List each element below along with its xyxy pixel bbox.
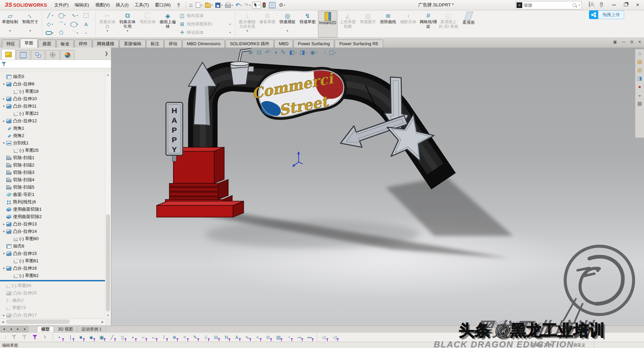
tree-item[interactable]: (-) 草图62	[0, 272, 105, 279]
ribbon-button[interactable]: ⊥ 显示/删除几何关系 ▾	[237, 11, 257, 38]
tree-item[interactable]: 阵列(线性)6	[0, 198, 105, 206]
view-settings-icon[interactable]: ▢ ▾	[329, 49, 336, 56]
settings-button[interactable]: ⚙ ▾	[278, 2, 286, 8]
document-tab[interactable]: 3D 视图	[54, 326, 77, 333]
netdisk-share-icon[interactable]	[589, 10, 598, 19]
dropdown-caret[interactable]: ▾	[52, 23, 55, 26]
pin-menu-icon[interactable]	[176, 3, 181, 7]
tree-item[interactable]: 曲面-等距1	[0, 191, 105, 198]
design-library-icon[interactable]: ▤	[637, 59, 642, 64]
dropdown-caret[interactable]: ▾	[77, 14, 79, 17]
ribbon-tab[interactable]: 网格建模	[93, 40, 119, 48]
scrollbar-thumb[interactable]	[6, 320, 70, 324]
search-icon[interactable]	[573, 3, 576, 7]
filter-faces-icon[interactable]: ■	[76, 333, 85, 341]
close-button[interactable]: ✕	[633, 0, 643, 10]
minimize-button[interactable]	[609, 0, 619, 10]
dropdown-caret[interactable]: ▾	[258, 4, 260, 7]
filter-origins-icon[interactable]: ⊕	[170, 333, 179, 341]
dropdown-caret[interactable]: ▾	[240, 4, 242, 7]
new-document-button[interactable]: ▾	[195, 2, 203, 8]
dropdown-caret[interactable]: ▾	[221, 4, 222, 7]
tree-item[interactable]: 凸台-拉伸20	[0, 289, 105, 297]
dropdown-caret[interactable]: ▾	[30, 29, 31, 33]
filter-magnify-icon[interactable]: ⊙	[264, 333, 272, 341]
zoom-area-icon[interactable]: ⊡	[257, 49, 262, 56]
document-tab[interactable]: 运动算例 1	[77, 326, 106, 333]
dropdown-caret[interactable]: ▾	[229, 31, 232, 34]
redo-button[interactable]: ↷ ▾	[244, 2, 252, 8]
next-tab-button[interactable]: ▶	[15, 326, 21, 332]
annotations-icon[interactable]: ✎	[281, 49, 286, 56]
dropdown-caret[interactable]: ▾	[247, 29, 248, 33]
sketch-entity-button[interactable]: ◇ ▾	[44, 20, 56, 28]
panel-tab-properties[interactable]	[16, 50, 30, 60]
ribbon-tab[interactable]: 曲面	[38, 40, 56, 48]
hide-show-items-icon[interactable]: ◉ ▾	[310, 49, 317, 56]
panel-tab-features[interactable]	[1, 49, 15, 60]
expand-arrow[interactable]: ▸	[1, 222, 6, 226]
ribbon-tab[interactable]: 焊件	[74, 40, 92, 48]
tree-item[interactable]: ▾ 凸台-拉伸16	[0, 265, 105, 272]
ribbon-button[interactable]: ↔ 智能尺寸 ▾	[20, 11, 40, 38]
filter-render-icon[interactable]: ◔	[284, 333, 293, 341]
dropdown-caret[interactable]: ▾	[9, 29, 11, 33]
filter-points-icon[interactable]: ▪	[128, 333, 137, 341]
panel-tab-configurations[interactable]	[31, 50, 45, 60]
sketch-entity-button[interactable]: ╱ ▾	[44, 11, 56, 20]
ribbon-button[interactable]: ◈ 曲面上偏移	[158, 11, 177, 38]
tree-item[interactable]: 抽壳5	[0, 73, 105, 80]
view-palette-icon[interactable]: ◨	[637, 76, 642, 81]
dropdown-caret[interactable]: ▾	[229, 23, 232, 26]
dropdown-caret[interactable]: ▾	[335, 51, 336, 54]
filter-mate2-icon[interactable]: ⊷	[305, 333, 314, 341]
dropdown-caret[interactable]: ▾	[64, 14, 67, 17]
custom-properties-icon[interactable]: ▦	[637, 101, 642, 106]
sketch-entity-button[interactable]: A	[81, 20, 94, 28]
filter-solid-bodies-icon[interactable]: ▣	[97, 333, 106, 341]
open-button[interactable]: ▾	[204, 2, 214, 8]
sketch-entity-button[interactable]	[81, 11, 94, 20]
menu-item[interactable]: 工具(T)	[131, 0, 152, 10]
previous-view-icon[interactable]: ↶	[265, 49, 271, 56]
display-style-icon[interactable]: ◨ ▾	[300, 49, 307, 56]
tree-item[interactable]: 切除-扫描3	[0, 169, 105, 176]
sketch-entity-button[interactable]: ▾	[44, 28, 56, 37]
tree-item[interactable]: 倒角2	[0, 132, 105, 139]
toggle-filters-icon[interactable]	[31, 333, 39, 341]
filter-mate1-icon[interactable]: ⊸	[295, 333, 304, 341]
expand-arrow[interactable]: ▸	[1, 314, 6, 317]
ribbon-row-button[interactable]: ⊞ 线性草图阵列 ▾	[178, 20, 233, 28]
restore-doc-icon[interactable]: ⧉	[630, 40, 633, 44]
tree-item[interactable]: (-) 草图25	[0, 147, 105, 154]
filter-edges-icon[interactable]: |	[66, 333, 75, 341]
happy-sign[interactable]: H A P P Y	[166, 102, 183, 161]
tree-item[interactable]: ▸ 凸台-拉伸13	[0, 220, 105, 228]
print-button[interactable]: ▾	[224, 2, 234, 8]
undo-button[interactable]: ↶ ▾	[234, 2, 243, 8]
ribbon-tab[interactable]: MBD Dimensions	[182, 40, 225, 48]
first-tab-button[interactable]: ◀	[1, 326, 7, 332]
file-explorer-icon[interactable]: ▥	[637, 67, 642, 73]
dropdown-caret[interactable]: ▾	[287, 29, 288, 33]
panel-tab-dimxpert[interactable]	[46, 50, 60, 60]
tree-item[interactable]: 使用曲面切除2	[0, 213, 105, 220]
tree-item[interactable]: 切除-扫描4	[0, 176, 105, 184]
home-icon[interactable]: ⌂	[638, 51, 641, 56]
menu-item[interactable]: 视图(V)	[92, 0, 113, 10]
expand-arrow[interactable]: ▾	[1, 141, 6, 145]
dropdown-caret[interactable]: ▾	[201, 4, 202, 7]
tree-item[interactable]: 使用曲面切除1	[0, 206, 105, 213]
ribbon-tab[interactable]: Power Surfacing RE	[335, 40, 383, 48]
filter-labels-icon[interactable]: A	[232, 333, 241, 341]
ribbon-tab[interactable]: SOLIDWORKS 插件	[225, 40, 274, 48]
sketch-entity-button[interactable]: ◯ ▾	[69, 20, 81, 28]
dropdown-caret[interactable]: ▾	[211, 4, 213, 7]
tree-item[interactable]: (-) 草图60	[0, 235, 105, 242]
dropdown-caret[interactable]: ▾	[284, 4, 285, 7]
drag-upload-button[interactable]: 拖拽上传	[598, 10, 624, 19]
tree-filter-row[interactable]	[0, 60, 111, 68]
filter-axes-icon[interactable]: /	[160, 333, 168, 341]
ribbon-button[interactable]: ⚙ 修复草图	[258, 11, 277, 38]
ribbon-tab[interactable]: Power Surfacing	[293, 40, 334, 48]
